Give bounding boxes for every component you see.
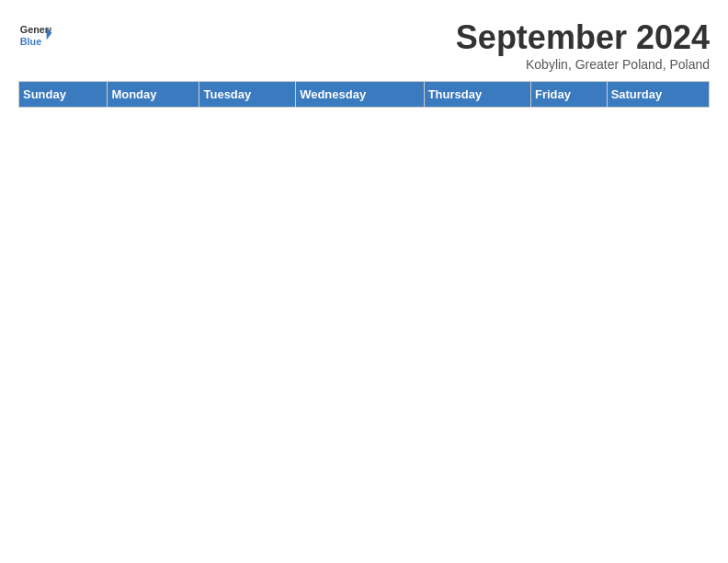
header-thursday: Thursday — [424, 82, 530, 108]
title-section: September 2024 Kobylin, Greater Poland, … — [456, 18, 710, 72]
logo: General Blue — [18, 18, 51, 52]
weekday-header-row: Sunday Monday Tuesday Wednesday Thursday… — [19, 82, 710, 108]
header-tuesday: Tuesday — [199, 82, 296, 108]
header-monday: Monday — [108, 82, 199, 108]
calendar-table: Sunday Monday Tuesday Wednesday Thursday… — [18, 81, 710, 108]
header-saturday: Saturday — [607, 82, 709, 108]
location: Kobylin, Greater Poland, Poland — [456, 57, 710, 72]
header-wednesday: Wednesday — [296, 82, 425, 108]
header-friday: Friday — [530, 82, 607, 108]
month-title: September 2024 — [456, 18, 710, 57]
svg-text:Blue: Blue — [20, 36, 41, 47]
page-header: General Blue September 2024 Kobylin, Gre… — [18, 18, 710, 72]
header-sunday: Sunday — [19, 82, 108, 108]
logo-icon: General Blue — [18, 18, 51, 52]
